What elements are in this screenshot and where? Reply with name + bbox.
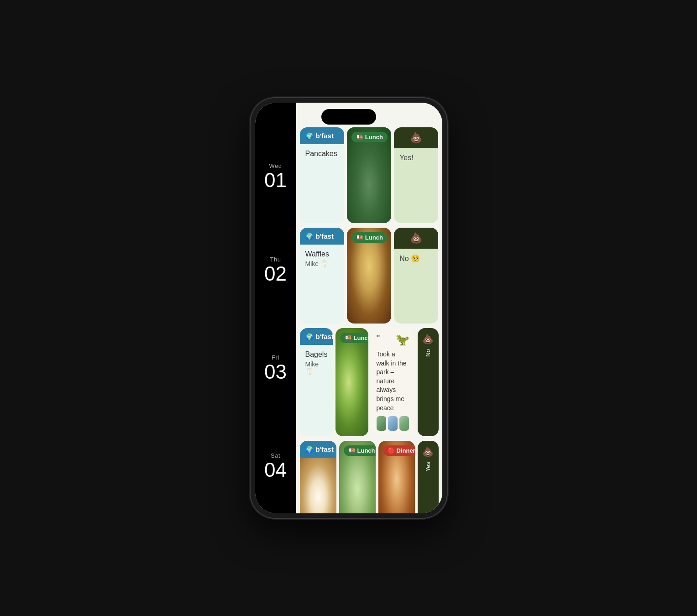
dynamic-island bbox=[321, 109, 376, 125]
day-num-sat: 04 bbox=[264, 459, 287, 481]
poop-emoji-sat: 💩 bbox=[422, 446, 434, 457]
poop-mood-sat: Yes bbox=[424, 462, 431, 471]
meal-name-fri: Bagels bbox=[305, 350, 327, 359]
card-breakfast-wed[interactable]: 🌍 b'fast Pancakes bbox=[300, 127, 344, 223]
globe-icon-thu: 🌍 bbox=[305, 233, 313, 240]
day-num-wed: 01 bbox=[264, 169, 287, 191]
date-block-thu: Thu 02 bbox=[255, 224, 296, 317]
card-lunch-sat[interactable]: 🍱 Lunch bbox=[339, 441, 376, 513]
breakfast-header-fri: 🌍 b'fast bbox=[300, 328, 333, 345]
dinner-badge-sat: 🔴 Dinner bbox=[383, 445, 415, 456]
journal-photo-1 bbox=[377, 416, 386, 431]
breakfast-content-fri: Bagels Mike 🥛 bbox=[300, 345, 333, 436]
breakfast-label-wed: b'fast bbox=[316, 132, 334, 140]
poop-emoji-thu: 💩 bbox=[410, 232, 422, 244]
day-row-wed: 🌍 b'fast Pancakes 🍱 Lunch bbox=[300, 127, 439, 223]
lunch-badge-wed: 🍱 Lunch bbox=[351, 132, 388, 142]
card-lunch-thu[interactable]: 🍱 Lunch bbox=[347, 228, 391, 324]
lunch-badge-label-wed: Lunch bbox=[365, 134, 383, 141]
lunch-badge-sat: 🍱 Lunch bbox=[344, 445, 376, 456]
lunch-badge-thu: 🍱 Lunch bbox=[351, 232, 388, 243]
date-block-fri: Fri 03 bbox=[255, 318, 296, 420]
day-row-sat: 🌍 b'fast 🍱 Lunch bbox=[300, 441, 439, 513]
day-num-thu: 02 bbox=[264, 263, 287, 285]
globe-icon-fri: 🌍 bbox=[305, 333, 313, 340]
breakfast-label-sat: b'fast bbox=[316, 445, 334, 453]
card-poop-side-fri[interactable]: 💩 No bbox=[418, 328, 439, 436]
card-lunch-wed[interactable]: 🍱 Lunch bbox=[347, 127, 391, 223]
date-sidebar: Wed 01 Thu 02 Fri 03 Sat 04 bbox=[255, 103, 296, 513]
card-journal-fri[interactable]: " 🦖 Took a walk in the park – nature alw… bbox=[371, 328, 415, 436]
card-breakfast-sat[interactable]: 🌍 b'fast bbox=[300, 441, 336, 513]
day-num-fri: 03 bbox=[264, 361, 287, 383]
phone-screen: Wed 01 Thu 02 Fri 03 Sat 04 bbox=[255, 103, 442, 513]
lunch-badge-label-thu: Lunch bbox=[365, 234, 383, 241]
journal-text-fri: Took a walk in the park – nature always … bbox=[377, 350, 409, 412]
meal-name-thu: Waffles bbox=[305, 250, 339, 258]
journal-quote-mark: " bbox=[377, 334, 380, 344]
poop-emoji-wed: 💩 bbox=[410, 132, 422, 144]
phone-frame: Wed 01 Thu 02 Fri 03 Sat 04 bbox=[251, 98, 447, 518]
day-row-thu: 🌍 b'fast Waffles Mike 🥛 🍱 Lunch bbox=[300, 228, 439, 324]
card-dinner-sat[interactable]: 🔴 Dinner bbox=[378, 441, 415, 513]
poop-body-wed: Yes! bbox=[394, 148, 438, 223]
breakfast-header-thu: 🌍 b'fast bbox=[300, 228, 344, 245]
breakfast-header-wed: 🌍 b'fast bbox=[300, 127, 344, 144]
journal-photo-3 bbox=[399, 416, 409, 431]
day-name-sat: Sat bbox=[271, 452, 280, 459]
content-area[interactable]: 🌍 b'fast Pancakes 🍱 Lunch bbox=[296, 103, 442, 513]
sub-text-fri: Mike 🥛 bbox=[305, 360, 327, 375]
poop-header-thu: 💩 bbox=[394, 228, 438, 249]
journal-photo-2 bbox=[388, 416, 398, 431]
card-breakfast-thu[interactable]: 🌍 b'fast Waffles Mike 🥛 bbox=[300, 228, 344, 324]
poop-emoji-fri: 💩 bbox=[422, 334, 434, 345]
lunch-badge-label-fri: Lunch bbox=[354, 334, 368, 341]
lunch-badge-emoji-fri: 🍱 bbox=[345, 334, 352, 341]
mood-text-thu: No 🥺 bbox=[399, 255, 420, 262]
breakfast-content-thu: Waffles Mike 🥛 bbox=[300, 245, 344, 324]
journal-dino-emoji: 🦖 bbox=[396, 334, 409, 346]
poop-body-thu: No 🥺 bbox=[394, 249, 438, 324]
breakfast-content-wed: Pancakes bbox=[300, 144, 344, 223]
lunch-badge-label-sat: Lunch bbox=[357, 447, 375, 454]
dinner-badge-label-sat: Dinner bbox=[397, 447, 415, 454]
card-breakfast-fri[interactable]: 🌍 b'fast Bagels Mike 🥛 bbox=[300, 328, 333, 436]
date-block-wed: Wed 01 bbox=[255, 130, 296, 224]
globe-icon-sat: 🌍 bbox=[305, 446, 313, 453]
meal-name-wed: Pancakes bbox=[305, 150, 339, 158]
poop-mood-fri: No bbox=[424, 349, 431, 357]
lunch-photo-fri bbox=[335, 328, 368, 436]
breakfast-label-fri: b'fast bbox=[316, 333, 333, 340]
day-row-fri: 🌍 b'fast Bagels Mike 🥛 🍱 Lunch bbox=[300, 328, 439, 436]
day-name-fri: Fri bbox=[272, 354, 279, 361]
lunch-badge-emoji-wed: 🍱 bbox=[356, 134, 363, 141]
lunch-badge-fri: 🍱 Lunch bbox=[340, 333, 368, 343]
poop-header-wed: 💩 bbox=[394, 127, 438, 148]
sub-text-thu: Mike 🥛 bbox=[305, 260, 339, 267]
journal-photos-fri bbox=[377, 416, 409, 431]
card-poop-thu[interactable]: 💩 No 🥺 bbox=[394, 228, 438, 324]
mood-text-wed: Yes! bbox=[399, 154, 414, 162]
dinner-badge-emoji-sat: 🔴 bbox=[388, 447, 395, 454]
breakfast-label-thu: b'fast bbox=[316, 232, 334, 240]
day-name-wed: Wed bbox=[269, 162, 282, 169]
breakfast-header-sat: 🌍 b'fast bbox=[300, 441, 336, 458]
day-name-thu: Thu bbox=[270, 256, 281, 263]
card-poop-side-sat[interactable]: 💩 Yes bbox=[418, 441, 439, 513]
lunch-badge-emoji-sat: 🍱 bbox=[348, 447, 356, 454]
date-block-sat: Sat 04 bbox=[255, 420, 296, 513]
card-poop-wed[interactable]: 💩 Yes! bbox=[394, 127, 438, 223]
card-lunch-fri[interactable]: 🍱 Lunch bbox=[335, 328, 368, 436]
lunch-badge-emoji-thu: 🍱 bbox=[356, 234, 363, 241]
globe-icon-wed: 🌍 bbox=[305, 132, 313, 140]
breakfast-photo-sat bbox=[300, 458, 336, 513]
journal-header-fri: " 🦖 bbox=[377, 334, 409, 346]
